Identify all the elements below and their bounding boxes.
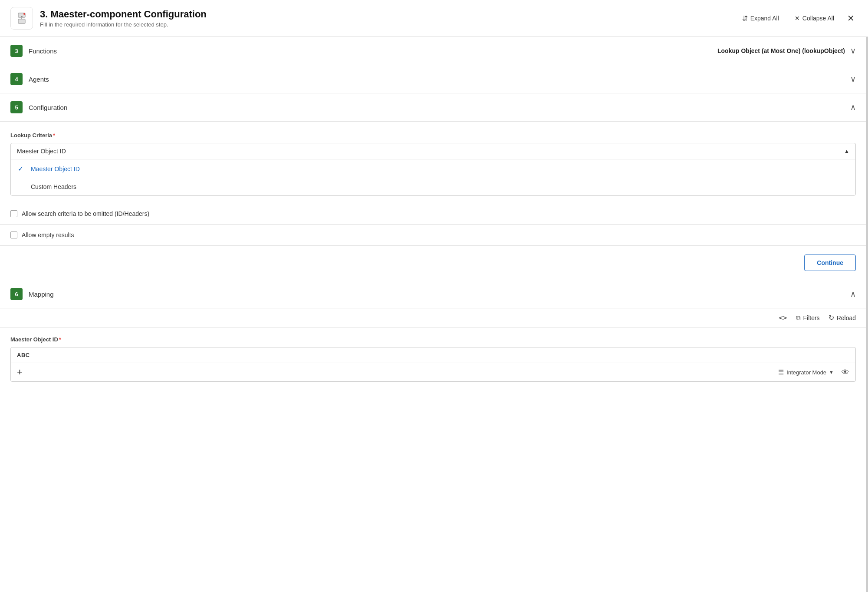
filters-label: Filters xyxy=(803,314,820,321)
dropdown-item-label-1: Maester Object ID xyxy=(31,165,80,172)
mapping-toolbar: <> ⧉ Filters ↻ Reload xyxy=(0,308,866,327)
step-badge-4: 4 xyxy=(10,73,23,85)
checkbox-1-label: Allow search criteria to be omitted (ID/… xyxy=(22,210,149,217)
functions-value: Lookup Object (at Most One) (lookupObjec… xyxy=(717,47,845,54)
continue-row: Continue xyxy=(0,246,866,280)
dropdown-header[interactable]: Maester Object ID ▲ xyxy=(11,143,855,159)
dropdown-item-custom-headers[interactable]: Custom Headers xyxy=(11,178,855,195)
lookup-criteria-dropdown[interactable]: Maester Object ID ▲ ✓ Maester Object ID … xyxy=(10,143,856,196)
config-left: 5 Configuration xyxy=(10,101,67,113)
dropdown-arrow-icon: ▲ xyxy=(844,148,849,154)
header-actions: ⇵ Expand All ✕ Collapse All ✕ xyxy=(736,11,858,25)
step-badge-3: 3 xyxy=(10,45,23,57)
integrator-controls: ☰ Integrator Mode ▼ 👁 xyxy=(778,368,849,377)
title-block: 3. Maester-component Configuration Fill … xyxy=(40,9,207,28)
agents-chevron: ∨ xyxy=(850,74,856,84)
config-body: Lookup Criteria* Maester Object ID ▲ ✓ M… xyxy=(0,122,866,203)
agents-right: ∨ xyxy=(850,74,856,84)
header-left: 3. Maester-component Configuration Fill … xyxy=(10,7,207,30)
svg-rect-4 xyxy=(21,16,23,17)
section-agents[interactable]: 4 Agents ∨ xyxy=(0,65,866,93)
page-title: 3. Maester-component Configuration xyxy=(40,9,207,20)
expand-all-button[interactable]: ⇵ Expand All xyxy=(736,12,785,25)
expand-all-label: Expand All xyxy=(750,15,779,22)
integrator-mode-button[interactable]: ☰ Integrator Mode ▼ xyxy=(778,368,834,376)
code-view-button[interactable]: <> xyxy=(779,314,787,322)
dropdown-item-maester-object-id[interactable]: ✓ Maester Object ID xyxy=(11,159,855,178)
agents-left: 4 Agents xyxy=(10,73,49,85)
close-icon: ✕ xyxy=(847,13,855,23)
checkbox-row-1[interactable]: Allow search criteria to be omitted (ID/… xyxy=(0,203,866,225)
mapping-title: Mapping xyxy=(29,291,54,298)
config-right: ∧ xyxy=(850,103,856,112)
mapping-chevron: ∧ xyxy=(850,289,856,299)
checkmark-icon: ✓ xyxy=(18,165,26,173)
mapping-left: 6 Mapping xyxy=(10,288,54,300)
app-icon xyxy=(10,7,33,30)
integrator-mode-icon: ☰ xyxy=(778,368,784,376)
dropdown-selected-value: Maester Object ID xyxy=(17,148,66,155)
dropdown-item-label-2: Custom Headers xyxy=(31,183,76,190)
svg-rect-1 xyxy=(18,19,25,23)
eye-view-button[interactable]: 👁 xyxy=(842,368,849,377)
collapse-all-label: Collapse All xyxy=(802,15,834,22)
functions-right: Lookup Object (at Most One) (lookupObjec… xyxy=(717,46,856,56)
functions-title: Functions xyxy=(29,47,57,55)
section-configuration[interactable]: 5 Configuration ∧ xyxy=(0,93,866,122)
section-mapping[interactable]: 6 Mapping ∧ xyxy=(0,280,866,308)
required-star: * xyxy=(53,132,55,139)
lookup-criteria-label: Lookup Criteria* xyxy=(10,132,856,139)
checkbox-row-2[interactable]: Allow empty results xyxy=(0,225,866,246)
content-area: 3 Functions Lookup Object (at Most One) … xyxy=(0,37,868,592)
mapping-field-section: Maester Object ID* ABC + ☰ Integrator Mo… xyxy=(0,327,866,390)
collapse-icon: ✕ xyxy=(795,15,800,22)
step-badge-5: 5 xyxy=(10,101,23,113)
functions-left: 3 Functions xyxy=(10,45,57,57)
expand-icon: ⇵ xyxy=(742,14,748,23)
config-title: Configuration xyxy=(29,104,67,111)
reload-button[interactable]: ↻ Reload xyxy=(829,314,856,322)
filters-icon: ⧉ xyxy=(796,314,801,322)
add-mapping-button[interactable]: + xyxy=(17,367,23,377)
mapping-field-box: ABC + ☰ Integrator Mode ▼ 👁 xyxy=(10,347,856,382)
eye-icon: 👁 xyxy=(842,368,849,377)
reload-icon: ↻ xyxy=(829,314,834,322)
page-header: 3. Maester-component Configuration Fill … xyxy=(0,0,868,37)
step-badge-6: 6 xyxy=(10,288,23,300)
config-chevron: ∧ xyxy=(850,103,856,112)
integrator-mode-arrow: ▼ xyxy=(829,370,834,375)
page-subtitle: Fill in the required information for the… xyxy=(40,21,207,28)
checkbox-omit[interactable] xyxy=(10,210,17,217)
mapping-right: ∧ xyxy=(850,289,856,299)
functions-chevron: ∨ xyxy=(850,46,856,56)
agents-title: Agents xyxy=(29,76,49,83)
continue-button[interactable]: Continue xyxy=(804,255,856,271)
collapse-all-button[interactable]: ✕ Collapse All xyxy=(789,12,840,24)
integrator-mode-label: Integrator Mode xyxy=(786,369,826,376)
mapping-field-footer: + ☰ Integrator Mode ▼ 👁 xyxy=(11,363,855,381)
reload-label: Reload xyxy=(837,314,856,321)
section-functions[interactable]: 3 Functions Lookup Object (at Most One) … xyxy=(0,37,866,65)
svg-point-3 xyxy=(23,13,25,15)
code-icon: <> xyxy=(779,314,787,322)
mapping-required-star: * xyxy=(59,336,61,343)
mapping-field-label: Maester Object ID* xyxy=(10,336,856,343)
checkbox-2-label: Allow empty results xyxy=(22,232,74,238)
dropdown-list: ✓ Maester Object ID Custom Headers xyxy=(11,159,855,195)
close-button[interactable]: ✕ xyxy=(844,11,858,25)
mapping-field-type: ABC xyxy=(11,347,855,363)
checkbox-empty-results[interactable] xyxy=(10,232,17,238)
filters-button[interactable]: ⧉ Filters xyxy=(796,314,820,322)
